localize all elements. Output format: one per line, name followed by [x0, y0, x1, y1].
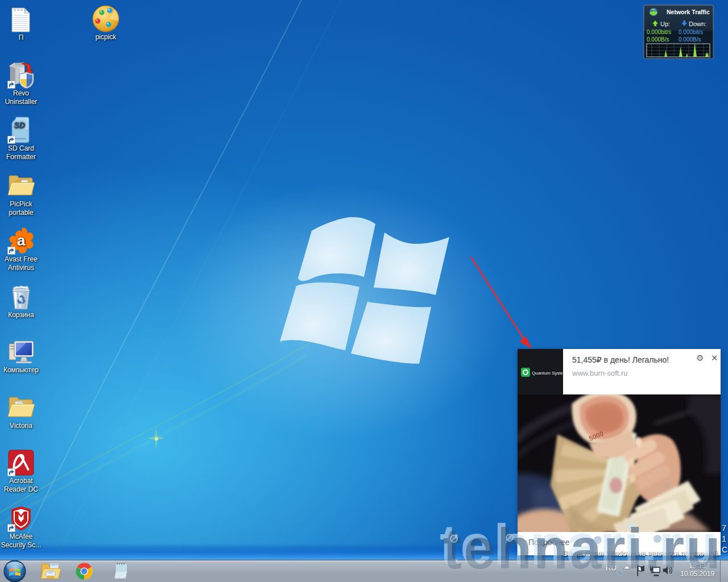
svg-text:Up:: Up:	[660, 20, 670, 27]
svg-text:0.000bit/s: 0.000bit/s	[679, 29, 703, 35]
svg-text:0.000B/s: 0.000B/s	[647, 36, 669, 43]
svg-text:0.000bit/s: 0.000bit/s	[647, 29, 671, 35]
svg-text:Network Traffic: Network Traffic	[667, 9, 710, 15]
svg-text:Down:: Down:	[689, 20, 706, 27]
svg-text:0.000B/s: 0.000B/s	[679, 36, 701, 43]
